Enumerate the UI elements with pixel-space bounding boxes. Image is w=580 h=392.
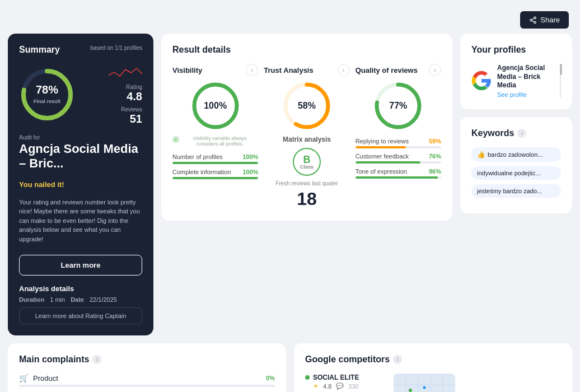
result-details-title: Result details [172, 45, 441, 55]
profiles-scrollbar [560, 64, 561, 97]
analysis-details: Analysis details Duration 1 min Date 22/… [19, 284, 142, 324]
summary-metrics: 78% Final result Rating 4.8 Reviews 51 [19, 64, 142, 125]
summary-card: Summary based on 1/1 profiles 78% Final … [8, 34, 153, 335]
complaint-product-value: 0% [266, 375, 275, 381]
learn-more-captain-button[interactable]: Learn more about Rating Captain [19, 307, 142, 324]
keywords-card: Keywords i 👍 bardzo zadowolon... indywid… [460, 117, 572, 213]
profiles-card: Your profiles Agencja Social Media – Bri… [460, 34, 572, 109]
quality-donut: 77% [373, 81, 423, 131]
keywords-title: Keywords [471, 128, 514, 138]
matrix-badge: B Class [293, 148, 321, 176]
share-icon [529, 16, 537, 24]
competitor-0-reviews: 330 [348, 383, 358, 390]
matrix-section: Matrix analysis B Class [283, 136, 331, 176]
keyword-item-0: 👍 bardzo zadowolon... [471, 147, 561, 162]
competitors-content: SOCIAL ELITE ★ 4.8 💬 330 Laboratorium St… [305, 374, 561, 392]
visibility-donut: 100% [190, 81, 241, 131]
trust-label: Trust Analysis [264, 66, 313, 74]
svg-line-4 [532, 18, 534, 19]
competitor-0: SOCIAL ELITE ★ 4.8 💬 330 [305, 374, 387, 390]
quality-label: Quality of reviews [356, 66, 418, 74]
trust-donut: 58% [282, 81, 332, 131]
competitors-card: Google competitors i SOCIAL ELITE ★ 4.8 … [294, 343, 572, 392]
svg-line-3 [532, 20, 534, 21]
competitor-0-rating: 4.8 [323, 383, 331, 390]
complaints-card: Main complaints i 🛒 Product 0% 🚚 Deliver… [8, 343, 286, 392]
complaint-product: 🛒 Product 0% [19, 374, 275, 387]
summary-title: Summary [19, 45, 60, 55]
visibility-note: i Visibility variable always considers a… [172, 136, 258, 147]
final-label: Final result [34, 99, 60, 104]
result-metrics-row: Visibility › 100% i Visibility variable … [172, 64, 441, 209]
based-on-label: based on 1/1 profiles [90, 45, 142, 51]
competitor-list: SOCIAL ELITE ★ 4.8 💬 330 Laboratorium St… [305, 374, 387, 392]
visibility-chevron[interactable]: › [246, 64, 258, 76]
profile-item: Agencja Social Media – Brick Media See p… [471, 64, 555, 98]
company-name: Agncja Social Media – Bric... [19, 142, 142, 171]
reviews-metric: Reviews 51 [121, 106, 142, 125]
competitors-title: Google competitors [305, 354, 390, 365]
complaints-info-icon[interactable]: i [92, 355, 101, 364]
share-button[interactable]: Share [520, 11, 569, 29]
svg-point-0 [534, 17, 536, 19]
competitors-info-icon[interactable]: i [393, 355, 402, 364]
final-percent: 78% [34, 84, 60, 95]
audit-for: Audit for Agncja Social Media – Bric... [19, 132, 142, 171]
rating-chart [109, 64, 142, 81]
quality-metric: Quality of reviews › 77% Replying to rev… [356, 64, 441, 209]
nailed-it-label: You nailed it! [19, 180, 142, 189]
profiles-title: Your profiles [471, 45, 561, 55]
summary-description: Your rating and reviews number look pret… [19, 198, 142, 244]
see-profile-link[interactable]: See profile [497, 91, 555, 98]
competitor-dot-0 [305, 375, 310, 380]
metrics-right: Rating 4.8 Reviews 51 [109, 64, 142, 125]
svg-point-2 [534, 21, 536, 24]
result-details-card: Result details Visibility › 100% i Vi [161, 34, 452, 221]
visibility-percent: 100% [204, 101, 227, 111]
learn-more-button[interactable]: Learn more [19, 255, 142, 276]
complaints-title: Main complaints [19, 354, 89, 365]
right-column: Your profiles Agencja Social Media – Bri… [460, 34, 572, 221]
rating-metric: Rating 4.8 [126, 84, 142, 103]
fresh-reviews: Fresh reviews last quater 18 [275, 180, 338, 209]
google-logo [471, 71, 492, 91]
visibility-metric: Visibility › 100% i Visibility variable … [172, 64, 258, 209]
keywords-info-icon[interactable]: i [517, 129, 526, 138]
trust-percent: 58% [298, 101, 316, 111]
keyword-item-2: jesteśmy bardzo zado... [471, 184, 561, 198]
complaint-product-name: Product [33, 374, 58, 382]
quality-percent: 77% [389, 101, 407, 111]
visibility-sub-metrics: Number of profiles 100% Complete informa… [172, 153, 258, 179]
summary-header: Summary based on 1/1 profiles [19, 45, 142, 55]
main-donut: 78% Final result [19, 67, 75, 123]
visibility-label: Visibility [172, 66, 202, 74]
competitors-map: 0 500m [394, 374, 455, 392]
trust-chevron[interactable]: › [338, 64, 350, 76]
trust-metric: Trust Analysis › 58% Matrix analysis B C… [264, 64, 349, 209]
svg-point-1 [530, 19, 532, 21]
quality-sub-metrics: Replying to reviews 59% Customer feedbac… [356, 138, 441, 179]
svg-point-21 [409, 389, 412, 392]
profile-name: Agencja Social Media – Brick Media [497, 64, 555, 90]
keyword-item-1: indywidualne podejśc... [471, 166, 561, 180]
quality-chevron[interactable]: › [429, 64, 441, 76]
svg-point-22 [423, 386, 426, 389]
